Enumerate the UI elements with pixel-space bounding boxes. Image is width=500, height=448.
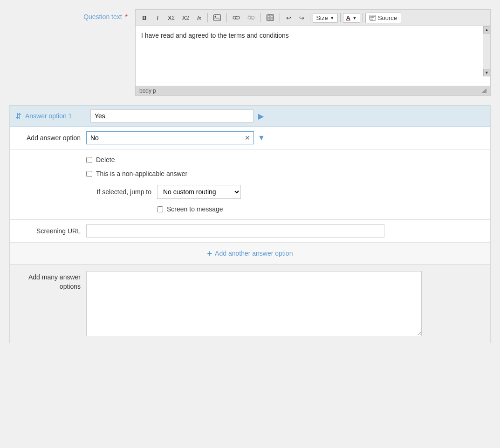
source-button[interactable]: Source — [365, 13, 401, 23]
scroll-up-arrow[interactable]: ▲ — [483, 26, 491, 34]
add-many-answer-textarea[interactable] — [86, 271, 422, 336]
question-text-row: Question text * B I X2 X2 Ix — [9, 9, 491, 96]
screen-to-message-label: Screen to message — [167, 205, 223, 213]
question-text-label: Question text — [83, 13, 122, 20]
svg-rect-4 — [267, 15, 270, 18]
size-arrow-icon: ▼ — [330, 15, 335, 20]
screening-url-row: Screening URL — [10, 220, 490, 243]
answer-option-1-label: Answer option 1 — [25, 112, 90, 120]
size-label: Size — [316, 14, 328, 21]
add-answer-option-input[interactable] — [86, 131, 254, 144]
add-answer-dropdown-arrow[interactable]: ▼ — [258, 134, 265, 142]
jump-to-row: If selected, jump to No custom routing O… — [86, 185, 485, 199]
delete-checkbox-row: Delete — [86, 156, 485, 163]
svg-point-1 — [215, 16, 216, 17]
plus-icon: + — [207, 249, 212, 258]
unlink-button[interactable] — [244, 12, 258, 24]
remove-format-button[interactable]: Ix — [193, 12, 205, 24]
add-many-answer-options-row: Add many answer options — [10, 265, 490, 343]
clear-answer-icon[interactable]: ✕ — [245, 134, 250, 142]
size-dropdown[interactable]: Size ▼ — [313, 13, 337, 23]
link-icon — [233, 15, 240, 20]
non-applicable-label: This is a non-applicable answer — [96, 170, 187, 177]
add-another-answer-button[interactable]: + Add another answer option — [207, 249, 293, 258]
add-another-answer-label: Add another answer option — [215, 250, 293, 257]
resize-handle[interactable] — [482, 88, 486, 93]
editor-col: B I X2 X2 Ix — [135, 9, 491, 96]
bold-button[interactable]: B — [138, 12, 151, 24]
separator-7 — [363, 13, 363, 22]
add-answer-option-label: Add answer option — [15, 134, 86, 142]
jump-to-label: If selected, jump to — [86, 188, 157, 196]
separator-6 — [340, 13, 341, 22]
separator-2 — [226, 13, 227, 22]
options-section: Delete This is a non-applicable answer I… — [10, 149, 490, 220]
screen-to-message-checkbox[interactable] — [157, 206, 163, 212]
screen-to-message-row: Screen to message — [86, 205, 485, 213]
svg-rect-0 — [214, 15, 221, 21]
delete-label: Delete — [96, 156, 115, 163]
image-button[interactable] — [210, 12, 224, 24]
answer-option-1-row: ⇵ Answer option 1 ▶ — [10, 106, 490, 127]
editor-area: I have read and agreed to the terms and … — [135, 26, 491, 86]
screening-url-label: Screening URL — [15, 227, 86, 235]
add-answer-input-wrapper: ✕ — [86, 131, 254, 144]
separator-1 — [207, 13, 208, 22]
jump-to-select[interactable]: No custom routing Option 2 Option 3 — [157, 185, 241, 199]
separator-5 — [310, 13, 310, 22]
editor-scrollbar: ▲ ▼ — [483, 26, 490, 76]
non-applicable-checkbox[interactable] — [86, 171, 92, 177]
scroll-down-arrow[interactable]: ▼ — [483, 69, 491, 76]
editor-footer-text: body p — [139, 88, 156, 94]
subscript-button[interactable]: X2 — [164, 12, 178, 24]
source-icon — [370, 15, 376, 20]
special-char-button[interactable] — [263, 12, 277, 24]
undo-button[interactable]: ↩ — [282, 12, 295, 24]
editor-toolbar: B I X2 X2 Ix — [135, 9, 491, 26]
font-color-arrow-icon: ▼ — [352, 15, 357, 20]
scroll-track — [483, 34, 490, 69]
non-applicable-checkbox-row: This is a non-applicable answer — [86, 170, 485, 177]
add-another-answer-row: + Add another answer option — [10, 243, 490, 265]
image-icon — [213, 14, 221, 21]
font-color-label: A — [346, 14, 350, 21]
separator-3 — [260, 13, 261, 22]
svg-rect-5 — [271, 15, 273, 18]
question-text-label-col: Question text * — [9, 9, 135, 20]
italic-button[interactable]: I — [151, 12, 164, 24]
font-color-dropdown[interactable]: A ▼ — [343, 13, 360, 23]
answer-option-1-expand[interactable]: ▶ — [258, 112, 264, 121]
superscript-button[interactable]: X2 — [179, 12, 192, 24]
link-button[interactable] — [229, 12, 243, 24]
required-marker: * — [125, 13, 128, 20]
separator-4 — [280, 13, 280, 22]
answer-section: ⇵ Answer option 1 ▶ Add answer option ✕ … — [9, 105, 491, 343]
unlink-icon — [247, 15, 255, 20]
sort-icon[interactable]: ⇵ — [15, 112, 21, 121]
redo-button[interactable]: ↪ — [295, 12, 308, 24]
svg-rect-6 — [267, 18, 270, 20]
answer-option-1-input[interactable] — [90, 109, 253, 122]
source-label: Source — [378, 14, 397, 21]
add-answer-option-row: Add answer option ✕ ▼ — [10, 127, 490, 149]
add-many-answer-label: Add many answer options — [15, 271, 86, 291]
screening-url-input[interactable] — [86, 224, 384, 238]
editor-footer: body p — [135, 86, 491, 96]
delete-checkbox[interactable] — [86, 157, 92, 163]
svg-rect-7 — [271, 18, 273, 20]
main-container: Question text * B I X2 X2 Ix — [9, 9, 491, 343]
editor-content[interactable]: I have read and agreed to the terms and … — [136, 26, 490, 82]
special-char-icon — [267, 14, 274, 21]
